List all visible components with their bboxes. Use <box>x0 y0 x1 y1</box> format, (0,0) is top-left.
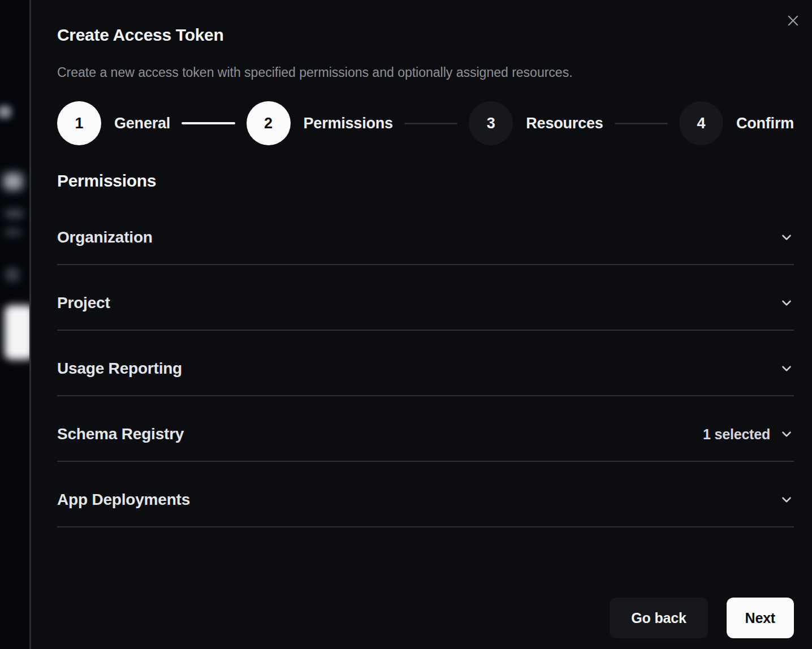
permission-row-right: 1 selected <box>703 426 794 443</box>
step-number-circle: 4 <box>679 101 723 145</box>
modal-footer: Go back Next <box>57 598 794 638</box>
background-blur-element <box>5 305 29 360</box>
permission-category-label: Project <box>57 293 110 313</box>
permission-accordion-row-schema-registry[interactable]: Schema Registry 1 selected <box>57 396 794 462</box>
background-page <box>0 0 29 649</box>
permission-accordion-row-app-deployments[interactable]: App Deployments <box>57 462 794 527</box>
step-connector <box>182 122 235 124</box>
permission-category-label: Schema Registry <box>57 425 184 444</box>
section-heading: Permissions <box>57 170 794 191</box>
permission-category-label: Organization <box>57 228 153 247</box>
close-button[interactable] <box>783 10 803 31</box>
permission-category-label: Usage Reporting <box>57 359 182 378</box>
wizard-stepper: 1 General 2 Permissions 3 Resources 4 Co… <box>57 101 794 145</box>
step-label: Permissions <box>304 115 393 132</box>
wizard-step-resources[interactable]: 3 Resources <box>469 101 603 145</box>
permission-row-right <box>779 361 794 376</box>
next-button[interactable]: Next <box>727 598 794 638</box>
chevron-down-icon <box>779 296 794 310</box>
permission-row-right <box>779 492 794 507</box>
permission-accordion-row-usage-reporting[interactable]: Usage Reporting <box>57 331 794 396</box>
modal-title: Create Access Token <box>57 25 794 45</box>
selected-count: 1 selected <box>703 426 770 443</box>
step-label: Confirm <box>736 115 794 132</box>
step-label: Resources <box>526 115 603 132</box>
step-number-circle: 1 <box>57 101 101 145</box>
wizard-step-general[interactable]: 1 General <box>57 101 170 145</box>
permission-row-right <box>779 230 794 245</box>
step-number-circle: 2 <box>247 101 291 145</box>
chevron-down-icon <box>779 361 794 376</box>
background-blur-element <box>5 228 21 236</box>
chevron-down-icon <box>779 427 794 442</box>
go-back-button[interactable]: Go back <box>610 598 707 638</box>
permission-accordion-row-project[interactable]: Project <box>57 265 794 331</box>
step-connector <box>404 123 457 124</box>
background-blur-element <box>5 209 24 218</box>
background-blur-element <box>3 173 23 190</box>
background-blur-element <box>0 106 11 118</box>
wizard-step-confirm[interactable]: 4 Confirm <box>679 101 794 145</box>
permissions-accordion-list: Organization Project Usage Reporting Sch… <box>57 200 794 527</box>
step-connector <box>615 123 668 124</box>
permission-row-right <box>779 296 794 310</box>
permission-category-label: App Deployments <box>57 490 190 509</box>
step-label: General <box>114 115 170 132</box>
wizard-step-permissions[interactable]: 2 Permissions <box>247 101 393 145</box>
chevron-down-icon <box>779 230 794 245</box>
step-number-circle: 3 <box>469 101 513 145</box>
modal-description: Create a new access token with specified… <box>57 64 794 80</box>
chevron-down-icon <box>779 492 794 507</box>
background-blur-element <box>6 268 19 282</box>
permission-accordion-row-organization[interactable]: Organization <box>57 200 794 265</box>
close-icon <box>787 14 800 27</box>
create-access-token-modal: Create Access Token Create a new access … <box>31 0 812 649</box>
